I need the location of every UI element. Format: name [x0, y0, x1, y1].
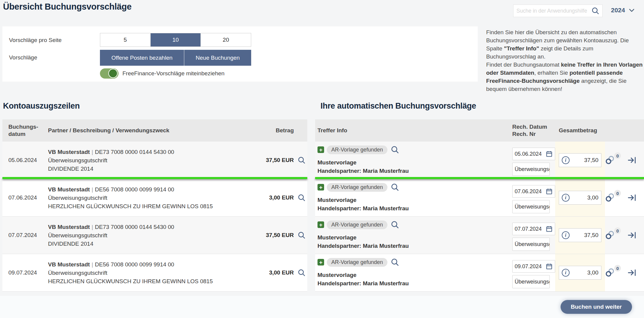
purpose: DIVIDENDE 2014	[48, 165, 249, 173]
col-treffer-info: Treffer Info	[317, 127, 347, 134]
template-name: Mustervorlage	[317, 271, 510, 279]
magnifier-icon[interactable]	[390, 145, 400, 154]
gesamtbetrag-field[interactable]: i 37,50	[559, 153, 601, 167]
payment-type-field[interactable]: Überweisungsgutschrift	[512, 163, 550, 176]
link-count-badge: 0	[614, 152, 621, 159]
col-partner: Partner / Beschreibung / Verwendungszwec…	[48, 127, 169, 134]
link-count-badge: 0	[614, 265, 621, 272]
purpose: HERZLICHEN GLÜCKWUNSCH ZU IHREM GEWINN L…	[48, 277, 249, 285]
booking-date: 05.06.2024	[8, 142, 37, 179]
purpose: DIVIDENDE 2014	[48, 240, 249, 248]
col-gesamtbetrag: Gesamtbetrag	[559, 127, 597, 134]
link-icon[interactable]: 0	[604, 155, 616, 166]
payment-type-field[interactable]: Überweisungsgutschrift	[512, 238, 550, 251]
partner-name: VB Musterstadt	[48, 224, 90, 230]
amount: 37,50 EUR	[266, 217, 294, 254]
payment-type-field[interactable]: Überweisungsgutschrift	[512, 200, 550, 213]
transfer-arrow-icon[interactable]	[627, 155, 637, 165]
transfer-arrow-icon[interactable]	[627, 193, 637, 202]
booking-type: Überweisungsgutschrift	[48, 231, 249, 239]
year-dropdown[interactable]: 2024	[611, 7, 635, 14]
handelspartner: Handelspartner: Maria Musterfrau	[317, 279, 510, 288]
search-icon[interactable]	[591, 6, 600, 15]
table-header: Buchungs- datum Partner / Beschreibung /…	[2, 119, 307, 142]
booking-date: 09.07.2024	[8, 254, 37, 291]
help-info-text: Finden Sie hier die Übersicht zu den aut…	[486, 28, 644, 93]
col-buchungsdatum: Buchungs- datum	[8, 123, 38, 138]
partner-name: VB Musterstadt	[48, 261, 90, 268]
invoice-date-field[interactable]: 07.06.2024	[512, 185, 555, 198]
per-page-option-20[interactable]: 20	[201, 33, 251, 46]
transfer-arrow-icon[interactable]	[627, 268, 637, 278]
payment-type-field[interactable]: Überweisungsgutschrift	[512, 275, 550, 288]
col-betrag: Betrag	[276, 127, 294, 134]
calendar-icon[interactable]	[546, 225, 553, 232]
link-icon[interactable]: 0	[604, 230, 616, 241]
controls-panel: Vorschläge pro Seite 5 10 20 Vorschläge …	[2, 26, 478, 82]
per-page-option-5[interactable]: 5	[100, 33, 151, 46]
magnifier-icon[interactable]	[390, 257, 400, 267]
table-row[interactable]: + AR-Vorlage gefunden Mustervorlage Hand…	[315, 179, 644, 217]
info-icon[interactable]: i	[562, 156, 570, 164]
booking-type: Überweisungsgutschrift	[48, 156, 249, 164]
offene-posten-bezahlen-button[interactable]: Offene Posten bezahlen	[100, 50, 184, 66]
magnifier-icon[interactable]	[390, 182, 400, 192]
gesamtbetrag-field[interactable]: i 3,00	[559, 266, 601, 280]
table-row[interactable]: 09.07.2024 VB Musterstadt|DE56 7008 0000…	[2, 254, 307, 292]
info-icon[interactable]: i	[562, 231, 570, 239]
calendar-icon[interactable]	[546, 188, 553, 195]
toggle-knob-icon	[108, 69, 118, 78]
table-row[interactable]: + AR-Vorlage gefunden Mustervorlage Hand…	[315, 217, 644, 254]
match-badge: AR-Vorlage gefunden	[327, 183, 387, 192]
handelspartner: Handelspartner: Maria Musterfrau	[317, 242, 510, 250]
expand-plus-icon[interactable]: +	[317, 259, 324, 266]
expand-plus-icon[interactable]: +	[317, 184, 324, 190]
link-icon[interactable]: 0	[604, 192, 616, 203]
table-row[interactable]: + AR-Vorlage gefunden Mustervorlage Hand…	[315, 254, 644, 292]
table-row[interactable]: 05.06.2024 VB Musterstadt|DE73 7008 0000…	[2, 142, 307, 179]
iban: DE73 7008 0000 0144 5430 00	[95, 149, 174, 155]
purpose: HERZLICHEN GLÜCKWUNSCH ZU IHREM GEWINN L…	[48, 202, 249, 210]
magnifier-icon[interactable]	[297, 268, 306, 277]
magnifier-icon[interactable]	[297, 156, 306, 165]
expand-plus-icon[interactable]: +	[317, 221, 324, 228]
per-page-segmented-control: 5 10 20	[100, 33, 251, 47]
invoice-date-field[interactable]: 05.06.2024	[512, 148, 555, 160]
invoice-date-field[interactable]: 09.07.2024	[512, 260, 555, 273]
booking-date: 07.06.2024	[8, 179, 37, 216]
buchen-und-weiter-button[interactable]: Buchen und weiter	[561, 300, 632, 314]
neue-buchungen-button[interactable]: Neue Buchungen	[184, 50, 251, 66]
calendar-icon[interactable]	[546, 263, 553, 270]
table-row[interactable]: 07.07.2024 VB Musterstadt|DE73 7008 0000…	[2, 217, 307, 254]
booking-type: Überweisungsgutschrift	[48, 194, 249, 202]
transfer-arrow-icon[interactable]	[627, 230, 637, 240]
info-icon[interactable]: i	[562, 269, 570, 277]
right-section-title: Ihre automatischen Buchungsvorschläge	[320, 101, 476, 111]
amount-value: 37,50	[584, 157, 598, 164]
chevron-down-icon	[628, 7, 635, 14]
gesamtbetrag-field[interactable]: i 37,50	[559, 228, 601, 242]
calendar-icon[interactable]	[546, 150, 553, 158]
help-search-box[interactable]	[513, 4, 603, 17]
magnifier-icon[interactable]	[297, 193, 306, 202]
amount: 3,00 EUR	[269, 254, 294, 291]
per-page-option-10[interactable]: 10	[151, 33, 201, 46]
search-input[interactable]	[516, 8, 591, 14]
invoice-date-field[interactable]: 07.07.2024	[512, 223, 555, 235]
amount-value: 37,50	[584, 232, 598, 238]
table-row[interactable]: 07.06.2024 VB Musterstadt|DE56 7008 0000…	[2, 179, 307, 217]
gesamtbetrag-field[interactable]: i 3,00	[559, 191, 601, 205]
link-icon[interactable]: 0	[604, 267, 616, 278]
footer-bar: Buchen und weiter	[0, 296, 644, 318]
partner-name: VB Musterstadt	[48, 149, 90, 155]
table-row[interactable]: + AR-Vorlage gefunden Mustervorlage Hand…	[315, 142, 644, 179]
handelspartner: Handelspartner: Maria Musterfrau	[317, 204, 510, 213]
kontoauszugszeilen-table: Buchungs- datum Partner / Beschreibung /…	[2, 119, 307, 292]
amount: 37,50 EUR	[266, 142, 294, 179]
magnifier-icon[interactable]	[297, 231, 306, 240]
magnifier-icon[interactable]	[390, 220, 400, 230]
expand-plus-icon[interactable]: +	[317, 146, 324, 153]
info-icon[interactable]: i	[562, 194, 570, 202]
year-value[interactable]: 2024	[611, 7, 625, 14]
freefinance-toggle[interactable]	[100, 68, 119, 79]
